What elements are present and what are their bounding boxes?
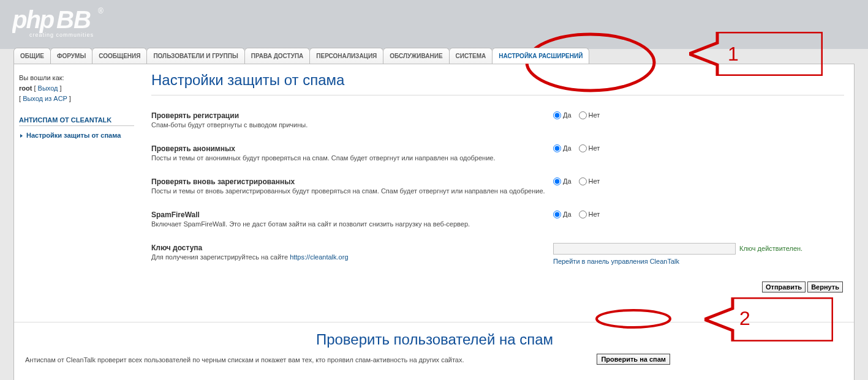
login-info: Вы вошли как: root [ Выход ] [ Выход из … xyxy=(19,73,134,104)
tab-general[interactable]: ОБЩИЕ xyxy=(13,48,51,64)
setting-label: SpamFireWall xyxy=(151,210,546,220)
access-key-input[interactable] xyxy=(553,243,736,255)
admin-tabbar: ОБЩИЕ ФОРУМЫ СООБЩЕНИЯ ПОЛЬЗОВАТЕЛИ И ГР… xyxy=(13,47,589,63)
tab-posting[interactable]: СООБЩЕНИЯ xyxy=(92,48,147,64)
setting-check-registrations: Проверять регистрации Спам-боты будут от… xyxy=(151,108,844,135)
setting-label: Проверять анонимных xyxy=(151,144,546,154)
tab-system[interactable]: СИСТЕМА xyxy=(449,48,493,64)
settings-form: Проверять регистрации Спам-боты будут от… xyxy=(151,95,844,299)
setting-check-guests: Проверять анонимных Посты и темы от анон… xyxy=(151,141,844,168)
tab-permissions[interactable]: ПРАВА ДОСТУПА xyxy=(244,48,311,64)
check-spam-button[interactable]: Проверить на спам xyxy=(597,354,670,365)
radio-yes[interactable]: Да xyxy=(553,210,572,219)
radio-yes[interactable]: Да xyxy=(553,177,572,186)
cleantalk-site-link[interactable]: https://cleantalk.org xyxy=(290,253,348,261)
radio-no[interactable]: Нет xyxy=(579,111,600,120)
phpbb-logo: php BB ® creating communities xyxy=(12,4,109,40)
setting-access-key: Ключ доступа Для получения зарегистрируй… xyxy=(151,240,844,271)
sidebar: Вы вошли как: root [ Выход ] [ Выход из … xyxy=(14,64,140,310)
radio-no[interactable]: Нет xyxy=(579,210,600,219)
login-user: root xyxy=(19,84,32,92)
reset-button[interactable]: Вернуть xyxy=(807,281,843,292)
setting-check-new-users: Проверять вновь зарегистрированных Посты… xyxy=(151,174,844,201)
page-title: Настройки защиты от спама xyxy=(151,72,844,89)
tab-styles[interactable]: ПЕРСОНАЛИЗАЦИЯ xyxy=(309,48,383,64)
settings-main: Настройки защиты от спама Проверять реги… xyxy=(140,64,854,310)
annotation-label-1: 1 xyxy=(728,43,739,65)
radio-yes[interactable]: Да xyxy=(553,111,572,120)
setting-desc: Спам-боты будут отвергнуты с выводом при… xyxy=(151,121,546,130)
setting-spamfirewall: SpamFireWall Включает SpamFireWall. Это … xyxy=(151,207,844,234)
setting-desc: Посты и темы от вновь зарегистрированных… xyxy=(151,187,546,196)
svg-text:BB: BB xyxy=(56,6,91,33)
setting-desc: Посты и темы от анонимных будут проверят… xyxy=(151,154,546,163)
submit-button[interactable]: Отправить xyxy=(762,281,806,292)
admin-panel: Вы вошли как: root [ Выход ] [ Выход из … xyxy=(13,64,855,380)
svg-text:creating communities: creating communities xyxy=(29,32,94,38)
radio-no[interactable]: Нет xyxy=(579,177,600,186)
key-status: Ключ действителен. xyxy=(739,244,802,253)
tab-extensions[interactable]: НАСТРОЙКА РАСШИРЕНИЙ xyxy=(492,48,589,64)
login-label: Вы вошли как: xyxy=(19,73,134,83)
setting-desc: Включает SpamFireWall. Это не даст ботам… xyxy=(151,220,546,229)
sidebar-category-cleantalk: АНТИСПАМ ОТ CLEANTALK xyxy=(19,116,134,126)
check-users-desc: Антиспам от CleanTalk проверит всех поль… xyxy=(25,356,844,365)
tab-users[interactable]: ПОЛЬЗОВАТЕЛИ И ГРУППЫ xyxy=(146,48,244,64)
setting-desc: Для получения зарегистрируйтесь на сайте… xyxy=(151,253,546,262)
radio-yes[interactable]: Да xyxy=(553,144,572,153)
sidebar-item-antispam-settings[interactable]: Настройки защиты от спама xyxy=(19,130,134,141)
acp-logout-link[interactable]: Выход из ACP xyxy=(23,95,67,102)
check-users-panel: Проверить пользователей на спам Антиспам… xyxy=(14,322,854,376)
footer: Создано на основе phpBB® Forum Software … xyxy=(14,376,854,380)
radio-no[interactable]: Нет xyxy=(579,144,600,153)
tab-maintenance[interactable]: ОБСЛУЖИВАНИЕ xyxy=(383,48,449,64)
tab-forums[interactable]: ФОРУМЫ xyxy=(50,48,92,64)
svg-text:php: php xyxy=(12,6,55,33)
setting-label: Ключ доступа xyxy=(151,243,546,253)
setting-label: Проверять регистрации xyxy=(151,111,546,121)
check-users-title: Проверить пользователей на спам xyxy=(25,331,844,348)
cleantalk-cp-link[interactable]: Перейти в панель управления CleanTalk xyxy=(553,257,679,266)
setting-label: Проверять вновь зарегистрированных xyxy=(151,177,546,187)
svg-text:®: ® xyxy=(98,7,104,15)
logout-link[interactable]: Выход xyxy=(38,84,58,92)
